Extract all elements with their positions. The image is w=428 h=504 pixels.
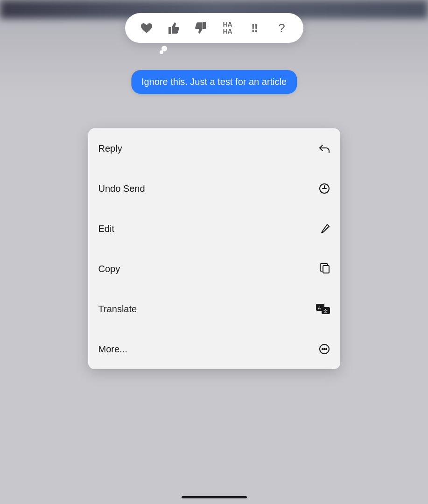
- reaction-heart-button[interactable]: [138, 20, 155, 36]
- translate-label: Translate: [98, 304, 137, 315]
- copy-menu-item[interactable]: Copy: [88, 249, 340, 289]
- more-icon: [319, 343, 330, 355]
- reaction-question-button[interactable]: ?: [274, 20, 290, 36]
- reaction-emphasize-button[interactable]: ‼: [246, 20, 263, 36]
- translate-menu-item[interactable]: Translate A 文: [88, 289, 340, 329]
- message-text: Ignore this. Just a test for an article: [141, 77, 287, 87]
- reaction-like-button[interactable]: [165, 20, 182, 36]
- copy-label: Copy: [98, 264, 120, 274]
- home-indicator: [182, 496, 247, 498]
- pencil-icon: [321, 224, 330, 234]
- svg-text:文: 文: [323, 309, 328, 314]
- undo-send-icon: [319, 183, 330, 194]
- copy-icon: [320, 263, 330, 274]
- edit-label: Edit: [98, 224, 114, 234]
- reply-icon: [319, 143, 330, 154]
- context-menu: Reply Undo Send Edit Copy: [88, 128, 340, 369]
- reply-menu-item[interactable]: Reply: [88, 128, 340, 168]
- reaction-bar: HAHA ‼ ?: [125, 13, 303, 43]
- more-label: More...: [98, 344, 127, 355]
- svg-point-10: [325, 349, 326, 350]
- svg-point-8: [322, 349, 323, 350]
- undo-send-label: Undo Send: [98, 183, 145, 194]
- reaction-haha-button[interactable]: HAHA: [219, 20, 236, 36]
- reply-label: Reply: [98, 143, 122, 154]
- svg-point-9: [323, 349, 324, 350]
- reaction-dislike-button[interactable]: [192, 20, 209, 36]
- message-bubble: Ignore this. Just a test for an article: [131, 70, 297, 94]
- more-menu-item[interactable]: More...: [88, 329, 340, 369]
- edit-menu-item[interactable]: Edit: [88, 209, 340, 249]
- undo-send-menu-item[interactable]: Undo Send: [88, 168, 340, 209]
- translate-icon: A 文: [316, 303, 330, 315]
- svg-rect-2: [323, 266, 329, 273]
- svg-text:A: A: [318, 306, 321, 310]
